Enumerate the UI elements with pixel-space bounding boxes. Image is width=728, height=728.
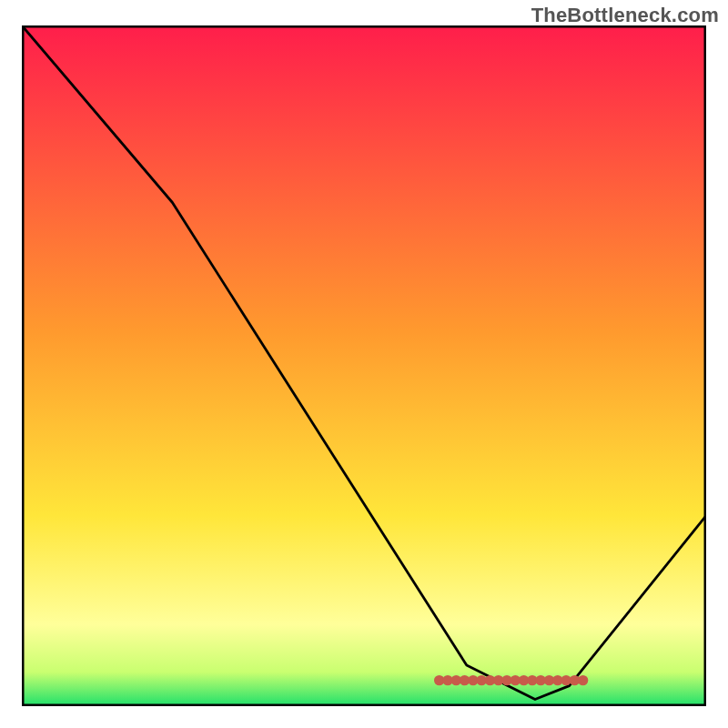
- svg-rect-0: [22, 25, 706, 706]
- chart-plot: [22, 25, 706, 706]
- chart-stage: TheBottleneck.com: [0, 0, 728, 728]
- svg-point-19: [578, 675, 588, 685]
- watermark-text: TheBottleneck.com: [531, 4, 719, 27]
- chart-svg: [22, 25, 706, 706]
